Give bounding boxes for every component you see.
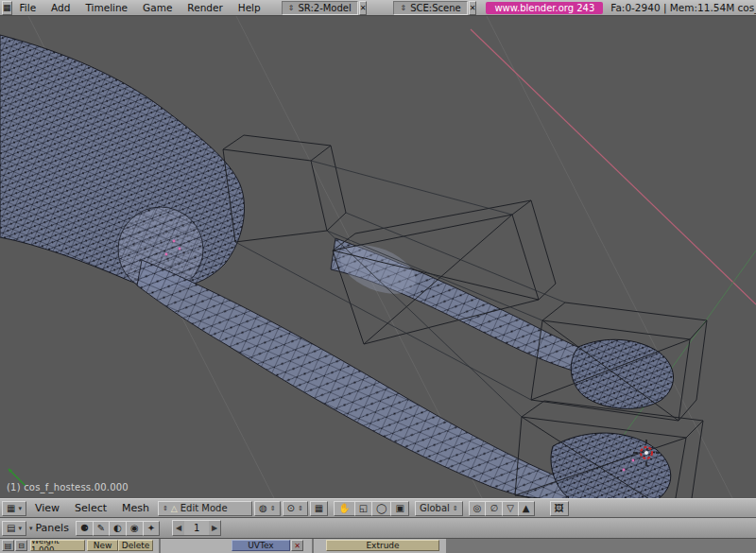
manipulator-toggles: ✋ ◱ ◯ ▣ — [334, 501, 409, 516]
face-select-button[interactable]: ▲ — [518, 501, 535, 516]
mesh-torso — [0, 35, 245, 292]
manipulator-rotate-button[interactable]: ◯ — [371, 501, 390, 516]
editing-context-button[interactable]: ✦ — [143, 521, 160, 536]
face-icon: ▲ — [523, 503, 530, 513]
editmode-icon: △ — [171, 504, 178, 513]
delete-button[interactable]: Delete — [118, 540, 153, 551]
proportional-edit-button[interactable]: ◎ — [469, 501, 486, 516]
menu-mesh[interactable]: Mesh — [115, 502, 156, 514]
circle-icon: ◎ — [473, 503, 482, 513]
menu-game[interactable]: Game — [135, 2, 180, 13]
panel-collapse-button[interactable]: ⊟ — [15, 540, 27, 551]
stats-readout: Fa:0-2940 | Mem:11.54M cos_f_ho — [610, 2, 756, 13]
manipulator-translate-button[interactable]: ◱ — [354, 501, 371, 516]
editor-type-button[interactable]: ▤ ▾ — [2, 521, 26, 536]
vertex-icon: ▽ — [507, 503, 514, 513]
logic-context-button[interactable]: ⚈ — [76, 521, 93, 536]
draw-type-dropdown[interactable]: ◍ ⇕ — [254, 501, 281, 516]
orientation-label: Global — [420, 503, 450, 513]
mode-dropdown[interactable]: ⇕ △ Edit Mode — [158, 501, 252, 516]
hand-icon: ✋ — [338, 503, 350, 513]
updown-icon: ⇕ — [453, 505, 458, 512]
viewport-header: ▦ ▾ View Select Mesh ⇕ △ Edit Mode ◍ ⇕ ⊙… — [0, 498, 756, 518]
buttons-panel-strip: ▤ ⊟ Weight 1.000 New Delete UVTex ✕ Extr… — [0, 539, 756, 553]
editor-type-button[interactable]: ▦ ▾ — [2, 501, 26, 516]
snap-button[interactable]: ∅ — [485, 501, 502, 516]
frame-stepper[interactable]: ◀ 1 ▶ — [172, 520, 221, 536]
panel-icon: ▤ — [5, 542, 12, 550]
updown-icon: ⇕ — [163, 505, 168, 512]
mesh-near-leg — [137, 260, 605, 498]
buttons-window-header: ▤ ▾ ▾ Panels ⚈ ✎ ◐ ◉ ✦ ◀ 1 ▶ — [0, 518, 756, 539]
mode-dropdown-label: Edit Mode — [180, 503, 228, 513]
rotate-icon: ◯ — [376, 503, 387, 513]
window-type-button[interactable]: ▦ — [2, 1, 12, 15]
buttons-context-toggles: ⚈ ✎ ◐ ◉ ✦ — [76, 521, 160, 536]
extrude-button[interactable]: Extrude — [326, 540, 439, 551]
layers-button[interactable]: ▦ — [310, 501, 328, 516]
chevron-down-icon: ▾ — [18, 525, 22, 532]
pivot-icon: ⊙ — [287, 503, 295, 513]
shading-context-button[interactable]: ◐ — [109, 521, 126, 536]
close-icon: ✕ — [360, 4, 367, 12]
weight-slider[interactable]: Weight 1.000 — [30, 540, 85, 551]
menu-render[interactable]: Render — [180, 2, 230, 13]
active-object-label: (1) cos_f_hostess.00.000 — [7, 482, 129, 493]
menu-select[interactable]: Select — [68, 502, 113, 514]
panels-collapse-icon[interactable]: ▾ — [29, 525, 33, 532]
menu-add[interactable]: Add — [43, 2, 77, 13]
viewport-canvas[interactable] — [0, 16, 756, 498]
editing-icon: ✦ — [147, 523, 155, 533]
pink-guide-line — [471, 29, 756, 304]
frame-value[interactable]: 1 — [184, 521, 209, 535]
script-context-button[interactable]: ✎ — [93, 521, 109, 536]
scene-selector[interactable]: ⇕ SCE:Scene — [393, 1, 467, 15]
panel-icon: ▤ — [7, 523, 15, 533]
menu-file[interactable]: File — [12, 2, 44, 13]
uvtex-delete-button[interactable]: ✕ — [291, 540, 303, 551]
manipulator-hand-button[interactable]: ✋ — [334, 501, 353, 516]
close-icon: ✕ — [294, 542, 301, 550]
render-preview-button[interactable]: 🖼 — [550, 501, 569, 516]
viewport-3d[interactable]: (1) cos_f_hostess.00.000 — [0, 16, 756, 498]
scale-icon: ▣ — [395, 503, 404, 513]
select-mode-toggles: ◎ ∅ ▽ ▲ — [469, 501, 535, 516]
screen-selector-label: SR:2-Model — [298, 3, 351, 13]
translate-icon: ◱ — [359, 503, 368, 513]
arrow-left-icon[interactable]: ◀ — [173, 524, 184, 532]
menu-view[interactable]: View — [28, 502, 66, 514]
menu-timeline[interactable]: Timeline — [77, 2, 135, 13]
logic-icon: ⚈ — [80, 523, 89, 533]
panel-header-button[interactable]: ▤ — [2, 540, 14, 551]
blender-org-link[interactable]: www.blender.org 243 — [486, 2, 603, 14]
image-icon: 🖼 — [555, 503, 564, 513]
arrow-right-icon[interactable]: ▶ — [209, 524, 220, 532]
layers-icon: ▦ — [315, 503, 323, 513]
updown-icon: ⇕ — [270, 505, 276, 512]
scene-close-button[interactable]: ✕ — [469, 1, 477, 15]
vertex-select-button[interactable]: ▽ — [502, 501, 518, 516]
updown-icon: ⇕ — [288, 4, 295, 12]
orientation-dropdown[interactable]: Global ⇕ — [415, 501, 463, 516]
updown-icon: ⇕ — [400, 4, 406, 12]
scene-selector-label: SCE:Scene — [410, 3, 461, 13]
manipulator-scale-button[interactable]: ▣ — [390, 501, 408, 516]
top-menubar: ▦ File Add Timeline Game Render Help ⇕ S… — [0, 0, 756, 16]
menu-help[interactable]: Help — [231, 2, 268, 13]
new-button[interactable]: New — [87, 540, 118, 551]
collapse-icon: ⊟ — [18, 542, 25, 550]
object-context-button[interactable]: ◉ — [126, 521, 143, 536]
screen-close-button[interactable]: ✕ — [359, 1, 368, 15]
script-icon: ✎ — [97, 523, 105, 533]
grid-icon: ▦ — [3, 3, 11, 12]
panels-menu[interactable]: Panels — [35, 522, 68, 534]
uvtex-list-item[interactable]: UVTex — [232, 540, 290, 551]
object-icon: ◉ — [130, 523, 139, 533]
sphere-icon: ◍ — [259, 503, 267, 513]
pivot-dropdown[interactable]: ⊙ ⇕ — [283, 501, 308, 516]
shading-icon: ◐ — [113, 523, 122, 533]
screen-selector[interactable]: ⇕ SR:2-Model — [282, 1, 358, 15]
updown-icon: ⇕ — [298, 505, 303, 512]
grid-icon: ▦ — [7, 503, 15, 513]
magnet-icon: ∅ — [490, 503, 498, 513]
